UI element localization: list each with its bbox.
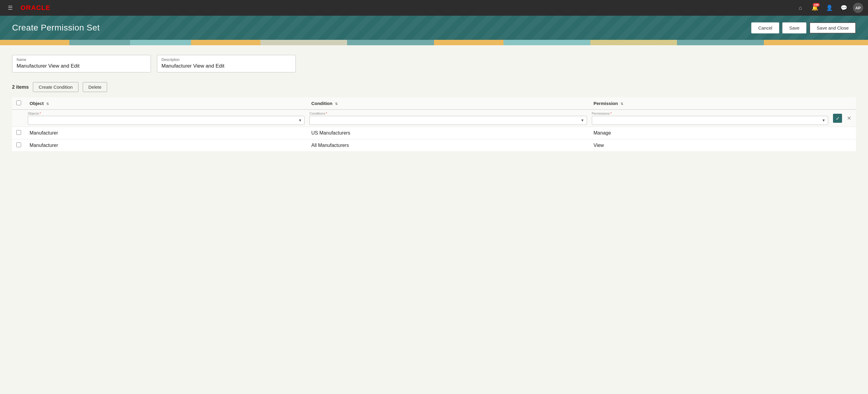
permissions-select-wrapper: Manage View ▼ [592,116,828,125]
permissions-table: Object ⇅ Condition ⇅ Permission ⇅ [12,97,856,152]
row2-permission-cell: View [589,139,831,152]
checkmark-icon: ✓ [836,116,840,121]
items-count: 2 items [12,85,29,90]
chat-icon: 💬 [840,4,847,11]
save-and-close-button[interactable]: Save and Close [809,22,856,33]
conditions-select-wrapper: US Manufacturers All Manufacturers ▼ [309,116,587,125]
hamburger-icon: ☰ [8,4,13,11]
permissions-required-star: * [610,111,612,115]
new-row-condition-cell: Conditions* US Manufacturers All Manufac… [307,109,589,127]
new-row-actions-cell: ✓ ✕ [831,109,856,127]
row1-condition-cell: US Manufacturers [307,127,589,139]
name-field: Name [12,55,151,72]
row2-permission-value: View [594,143,604,148]
home-button[interactable]: ⌂ [795,2,806,13]
conditions-required-star: * [326,111,327,115]
actions-column-header [831,97,856,109]
avatar-button[interactable]: AP [853,3,863,13]
permissions-select-label: Permissions* [592,111,828,115]
permissions-select[interactable]: Manage View [595,118,825,123]
row1-permission-cell: Manage [589,127,831,139]
objects-select-wrapper: Manufacturer ▼ [28,116,305,125]
nav-right: ⌂ 🔔 248 👤 💬 AP [795,2,863,13]
select-all-checkbox[interactable] [16,100,21,105]
row2-condition-cell: All Manufacturers [307,139,589,152]
notification-badge: 248 [813,3,820,7]
permission-sort-icon: ⇅ [621,102,623,106]
objects-select-label: Objects* [28,111,305,115]
row1-checkbox[interactable] [16,130,21,135]
description-label: Description [161,58,291,62]
user-icon-button[interactable]: 👤 [824,2,835,13]
description-field: Description [157,55,296,72]
table-row: Manufacturer US Manufacturers Manage [12,127,856,139]
cancel-button[interactable]: Cancel [751,22,779,33]
confirm-button[interactable]: ✓ [833,114,842,123]
name-input[interactable] [17,63,146,69]
row1-object-cell: Manufacturer [25,127,307,139]
row1-actions-cell [831,127,856,139]
top-navigation: ☰ ORACLE ⌂ 🔔 248 👤 💬 AP [0,0,868,16]
object-column-header[interactable]: Object ⇅ [25,97,307,109]
banner-strip [0,40,868,45]
page-header: Create Permission Set Cancel Save Save a… [0,16,868,40]
table-header: Object ⇅ Condition ⇅ Permission ⇅ [12,97,856,109]
new-row-permission-cell: Permissions* Manage View ▼ [589,109,831,127]
condition-header-label: Condition [311,101,332,106]
row2-checkbox-cell [12,139,25,152]
oracle-logo: ORACLE [21,4,51,12]
new-row-object-cell: Objects* Manufacturer ▼ [25,109,307,127]
table-body: Objects* Manufacturer ▼ Conditions* [12,109,856,152]
row1-checkbox-cell [12,127,25,139]
close-icon: ✕ [847,115,851,122]
conditions-select-label: Conditions* [309,111,587,115]
row2-condition-value: All Manufacturers [311,143,349,148]
nav-left: ☰ ORACLE [5,2,51,13]
objects-required-star: * [39,111,41,115]
conditions-select[interactable]: US Manufacturers All Manufacturers [313,118,583,123]
edit-actions: ✓ ✕ [833,114,854,123]
chat-icon-button[interactable]: 💬 [838,2,849,13]
description-input[interactable] [161,63,291,69]
row2-checkbox[interactable] [16,142,21,147]
condition-sort-icon: ⇅ [335,102,338,106]
main-content: Name Description 2 items Create Conditio… [0,45,868,394]
table-row: Manufacturer All Manufacturers View [12,139,856,152]
save-button[interactable]: Save [782,22,806,33]
objects-select[interactable]: Manufacturer [31,118,301,123]
new-row-checkbox-cell [12,109,25,127]
new-condition-row: Objects* Manufacturer ▼ Conditions* [12,109,856,127]
permission-header-label: Permission [594,101,618,106]
remove-button[interactable]: ✕ [844,114,854,123]
row2-actions-cell [831,139,856,152]
row2-object-value: Manufacturer [30,143,58,148]
select-all-column [12,97,25,109]
object-header-label: Object [30,101,44,106]
header-actions: Cancel Save Save and Close [751,22,856,33]
create-condition-button[interactable]: Create Condition [33,82,79,92]
row1-permission-value: Manage [594,130,611,135]
name-label: Name [17,58,146,62]
hamburger-menu-button[interactable]: ☰ [5,2,16,13]
row1-condition-value: US Manufacturers [311,130,350,135]
row1-object-value: Manufacturer [30,130,58,135]
condition-column-header[interactable]: Condition ⇅ [307,97,589,109]
delete-button[interactable]: Delete [83,82,107,92]
form-row: Name Description [12,55,856,72]
object-sort-icon: ⇅ [46,102,49,106]
page-title: Create Permission Set [12,23,100,33]
home-icon: ⌂ [799,5,802,11]
permission-column-header[interactable]: Permission ⇅ [589,97,831,109]
row2-object-cell: Manufacturer [25,139,307,152]
notification-button[interactable]: 🔔 248 [809,2,820,13]
toolbar-row: 2 items Create Condition Delete [12,82,856,92]
user-icon: 👤 [826,4,833,11]
